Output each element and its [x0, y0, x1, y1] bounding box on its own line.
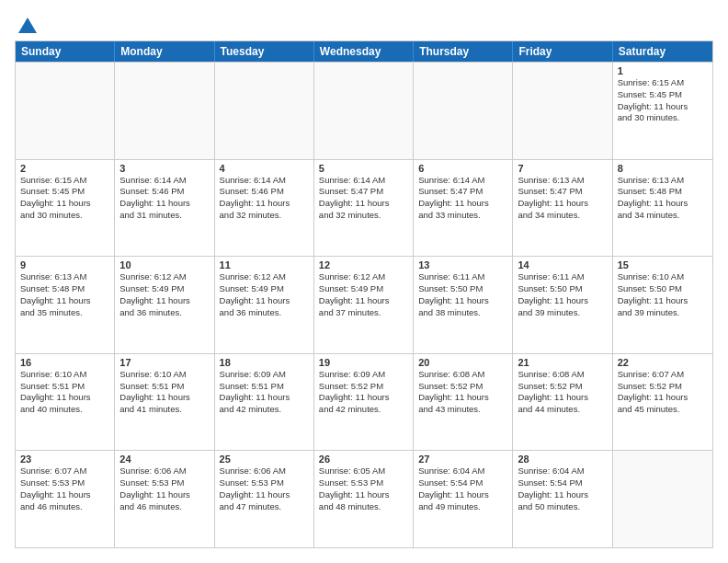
- day-number: 27: [418, 454, 507, 465]
- day-number: 2: [20, 163, 109, 174]
- cell-info-line: and 35 minutes.: [20, 307, 109, 319]
- cell-info-line: Sunset: 5:48 PM: [20, 283, 109, 295]
- calendar-cell: [314, 63, 414, 159]
- cell-info-line: and 38 minutes.: [418, 307, 507, 319]
- day-number: 5: [319, 163, 408, 174]
- calendar-cell: 18Sunrise: 6:09 AMSunset: 5:51 PMDayligh…: [215, 354, 314, 451]
- day-number: 22: [618, 357, 708, 368]
- cell-info-line: Sunrise: 6:06 AM: [220, 465, 309, 477]
- day-number: 8: [618, 163, 708, 174]
- cell-info-line: Sunset: 5:52 PM: [518, 381, 607, 393]
- day-number: 24: [119, 454, 209, 465]
- day-number: 10: [119, 259, 209, 270]
- cell-info-line: Daylight: 11 hours: [618, 198, 708, 210]
- cell-info-line: Sunrise: 6:12 AM: [220, 271, 309, 283]
- calendar-cell: 21Sunrise: 6:08 AMSunset: 5:52 PMDayligh…: [513, 354, 612, 451]
- cell-info-line: Sunset: 5:51 PM: [119, 381, 209, 393]
- header: [15, 15, 713, 33]
- cell-info-line: and 32 minutes.: [220, 210, 309, 222]
- calendar-cell: 13Sunrise: 6:11 AMSunset: 5:50 PMDayligh…: [414, 257, 513, 353]
- cell-info-line: Daylight: 11 hours: [20, 295, 109, 307]
- calendar-cell: 5Sunrise: 6:14 AMSunset: 5:47 PMDaylight…: [314, 160, 414, 257]
- cell-info-line: Sunrise: 6:04 AM: [418, 465, 507, 477]
- calendar-cell: 7Sunrise: 6:13 AMSunset: 5:47 PMDaylight…: [513, 160, 612, 257]
- page: SundayMondayTuesdayWednesdayThursdayFrid…: [0, 0, 728, 563]
- cell-info-line: and 34 minutes.: [618, 210, 708, 222]
- calendar-week-row: 23Sunrise: 6:07 AMSunset: 5:53 PMDayligh…: [16, 450, 712, 547]
- calendar-cell: [115, 63, 214, 159]
- day-number: 11: [220, 259, 309, 270]
- cell-info-line: Sunset: 5:50 PM: [418, 283, 507, 295]
- cell-info-line: Sunset: 5:46 PM: [119, 186, 209, 198]
- cell-info-line: Sunset: 5:46 PM: [220, 186, 309, 198]
- cell-info-line: Sunrise: 6:12 AM: [119, 271, 209, 283]
- calendar-week-row: 1Sunrise: 6:15 AMSunset: 5:45 PMDaylight…: [16, 62, 712, 159]
- day-number: 1: [618, 65, 708, 76]
- cell-info-line: and 42 minutes.: [220, 404, 309, 416]
- cell-info-line: Daylight: 11 hours: [119, 489, 209, 501]
- cal-header-day: Sunday: [16, 41, 115, 62]
- cell-info-line: and 30 minutes.: [20, 210, 109, 222]
- cell-info-line: Daylight: 11 hours: [119, 198, 209, 210]
- cal-header-day: Monday: [115, 41, 214, 62]
- calendar-header: SundayMondayTuesdayWednesdayThursdayFrid…: [16, 41, 712, 62]
- cell-info-line: Sunrise: 6:11 AM: [518, 271, 607, 283]
- calendar-cell: [513, 63, 612, 159]
- day-number: 13: [418, 259, 507, 270]
- calendar-cell: 11Sunrise: 6:12 AMSunset: 5:49 PMDayligh…: [215, 257, 314, 353]
- cell-info-line: and 39 minutes.: [618, 307, 708, 319]
- day-number: 25: [220, 454, 309, 465]
- cell-info-line: Daylight: 11 hours: [518, 489, 607, 501]
- cell-info-line: and 43 minutes.: [418, 404, 507, 416]
- calendar-cell: 28Sunrise: 6:04 AMSunset: 5:54 PMDayligh…: [513, 451, 612, 547]
- cell-info-line: and 30 minutes.: [618, 112, 708, 124]
- calendar-cell: [613, 451, 712, 547]
- cell-info-line: Sunset: 5:49 PM: [319, 283, 408, 295]
- cal-header-day: Friday: [513, 41, 612, 62]
- cell-info-line: and 50 minutes.: [518, 501, 607, 513]
- cell-info-line: Daylight: 11 hours: [119, 392, 209, 404]
- cell-info-line: Sunset: 5:54 PM: [518, 477, 607, 489]
- cell-info-line: Daylight: 11 hours: [20, 489, 109, 501]
- cell-info-line: Sunset: 5:51 PM: [20, 381, 109, 393]
- cell-info-line: Sunrise: 6:14 AM: [220, 175, 309, 187]
- cal-header-day: Tuesday: [215, 41, 314, 62]
- cell-info-line: and 47 minutes.: [220, 501, 309, 513]
- calendar-week-row: 2Sunrise: 6:15 AMSunset: 5:45 PMDaylight…: [16, 159, 712, 257]
- cell-info-line: and 42 minutes.: [319, 404, 408, 416]
- cell-info-line: and 45 minutes.: [618, 404, 708, 416]
- cell-info-line: Daylight: 11 hours: [319, 295, 408, 307]
- cell-info-line: and 41 minutes.: [119, 404, 209, 416]
- cell-info-line: Sunrise: 6:12 AM: [319, 271, 408, 283]
- cell-info-line: Sunrise: 6:07 AM: [618, 369, 708, 381]
- calendar-cell: 9Sunrise: 6:13 AMSunset: 5:48 PMDaylight…: [16, 257, 115, 353]
- cell-info-line: Daylight: 11 hours: [20, 198, 109, 210]
- cell-info-line: Daylight: 11 hours: [319, 198, 408, 210]
- cell-info-line: Daylight: 11 hours: [418, 392, 507, 404]
- cell-info-line: Sunrise: 6:13 AM: [518, 175, 607, 187]
- calendar-week-row: 9Sunrise: 6:13 AMSunset: 5:48 PMDaylight…: [16, 256, 712, 353]
- cell-info-line: Sunset: 5:47 PM: [319, 186, 408, 198]
- calendar-cell: 8Sunrise: 6:13 AMSunset: 5:48 PMDaylight…: [613, 160, 712, 257]
- cell-info-line: and 36 minutes.: [119, 307, 209, 319]
- day-number: 26: [319, 454, 408, 465]
- cell-info-line: Daylight: 11 hours: [220, 392, 309, 404]
- calendar-cell: 16Sunrise: 6:10 AMSunset: 5:51 PMDayligh…: [16, 354, 115, 451]
- calendar-cell: 12Sunrise: 6:12 AMSunset: 5:49 PMDayligh…: [314, 257, 414, 353]
- calendar-cell: 23Sunrise: 6:07 AMSunset: 5:53 PMDayligh…: [16, 451, 115, 547]
- day-number: 7: [518, 163, 607, 174]
- cell-info-line: Sunset: 5:50 PM: [618, 283, 708, 295]
- cell-info-line: and 37 minutes.: [319, 307, 408, 319]
- cell-info-line: Sunset: 5:51 PM: [220, 381, 309, 393]
- calendar-cell: 3Sunrise: 6:14 AMSunset: 5:46 PMDaylight…: [115, 160, 214, 257]
- cell-info-line: and 48 minutes.: [319, 501, 408, 513]
- calendar-cell: 15Sunrise: 6:10 AMSunset: 5:50 PMDayligh…: [613, 257, 712, 353]
- cell-info-line: Daylight: 11 hours: [220, 295, 309, 307]
- cell-info-line: and 39 minutes.: [518, 307, 607, 319]
- cell-info-line: Sunset: 5:52 PM: [618, 381, 708, 393]
- cell-info-line: Sunrise: 6:07 AM: [20, 465, 109, 477]
- cell-info-line: Sunrise: 6:04 AM: [518, 465, 607, 477]
- cell-info-line: and 34 minutes.: [518, 210, 607, 222]
- svg-marker-0: [18, 17, 37, 33]
- cell-info-line: Sunrise: 6:11 AM: [418, 271, 507, 283]
